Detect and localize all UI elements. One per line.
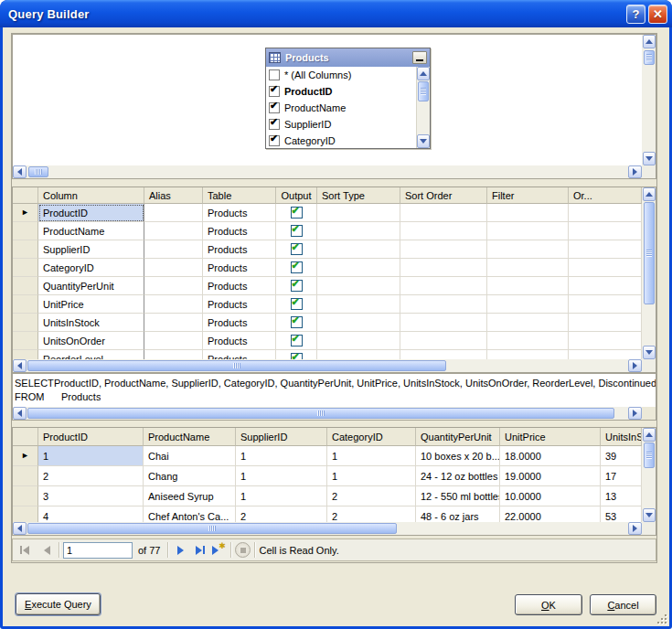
- sort-type-cell[interactable]: [317, 277, 400, 295]
- output-cell[interactable]: ✔: [276, 277, 317, 295]
- header-sort-order[interactable]: Sort Order: [400, 187, 487, 204]
- row-selector[interactable]: [13, 506, 38, 522]
- output-cell[interactable]: ✔: [276, 350, 317, 359]
- column-cell[interactable]: UnitsInStock: [38, 314, 144, 332]
- row-selector[interactable]: [13, 466, 38, 486]
- column-cell[interactable]: QuantityPerUnit: [38, 277, 144, 295]
- sort-order-cell[interactable]: [400, 204, 487, 222]
- field-checkbox-unchecked[interactable]: [269, 69, 280, 80]
- sort-type-cell[interactable]: [317, 204, 400, 222]
- filter-cell[interactable]: [487, 314, 569, 332]
- row-selector[interactable]: [13, 486, 38, 506]
- alias-cell[interactable]: [144, 277, 203, 295]
- scroll-right-button[interactable]: [628, 522, 642, 535]
- or-cell[interactable]: [569, 240, 642, 259]
- field-checkbox-checked[interactable]: ✔: [269, 102, 280, 113]
- sort-order-cell[interactable]: [400, 277, 487, 295]
- results-horizontal-scrollbar[interactable]: [13, 522, 642, 535]
- table-cell[interactable]: Products: [203, 350, 276, 359]
- result-cell[interactable]: 10.0000: [500, 486, 601, 506]
- filter-cell[interactable]: [487, 259, 569, 277]
- scroll-right-button[interactable]: [628, 407, 642, 420]
- column-cell[interactable]: ReorderLevel: [38, 350, 144, 359]
- scroll-up-button[interactable]: [643, 187, 656, 201]
- sort-type-cell[interactable]: [317, 259, 400, 277]
- move-first-button[interactable]: [16, 542, 33, 559]
- row-selector[interactable]: [13, 295, 38, 314]
- header-supplierid[interactable]: SupplierID: [236, 428, 327, 446]
- filter-cell[interactable]: [487, 295, 569, 314]
- result-cell[interactable]: 12 - 550 ml bottles: [416, 486, 500, 506]
- alias-cell[interactable]: [144, 332, 203, 350]
- scroll-down-button[interactable]: [643, 346, 656, 359]
- filter-cell[interactable]: [487, 332, 569, 350]
- alias-cell[interactable]: [144, 259, 203, 277]
- diagram-vertical-scrollbar[interactable]: [642, 35, 656, 165]
- scroll-thumb[interactable]: [27, 523, 397, 534]
- move-previous-button[interactable]: [38, 542, 55, 559]
- result-cell[interactable]: 10 boxes x 20 b...: [416, 446, 500, 466]
- or-cell[interactable]: [569, 295, 642, 314]
- scroll-thumb[interactable]: [418, 81, 429, 101]
- scroll-right-button[interactable]: [628, 165, 642, 178]
- or-cell[interactable]: [569, 350, 642, 359]
- scroll-thumb[interactable]: [28, 166, 48, 177]
- result-cell[interactable]: 1: [327, 446, 416, 466]
- output-checkbox[interactable]: ✔: [291, 335, 303, 346]
- row-selector[interactable]: [13, 259, 38, 277]
- sort-type-cell[interactable]: [317, 314, 400, 332]
- execute-query-button[interactable]: Execute Query: [16, 593, 101, 615]
- record-position-input[interactable]: [63, 542, 133, 559]
- criteria-horizontal-scrollbar[interactable]: [13, 359, 642, 372]
- result-cell[interactable]: 24 - 12 oz bottles: [416, 466, 500, 486]
- output-checkbox[interactable]: ✔: [291, 225, 303, 237]
- output-checkbox[interactable]: ✔: [291, 353, 303, 359]
- filter-cell[interactable]: [487, 277, 569, 295]
- result-cell[interactable]: 4: [38, 506, 144, 522]
- scroll-left-button[interactable]: [13, 165, 27, 178]
- result-cell[interactable]: 1: [236, 446, 327, 466]
- alias-cell[interactable]: [144, 222, 203, 240]
- scroll-right-button[interactable]: [628, 359, 642, 372]
- output-checkbox[interactable]: ✔: [291, 261, 303, 273]
- scroll-down-button[interactable]: [643, 152, 656, 165]
- output-checkbox[interactable]: ✔: [291, 298, 303, 310]
- header-sort-type[interactable]: Sort Type: [317, 187, 400, 204]
- result-cell[interactable]: Chef Anton's Ca...: [144, 506, 236, 522]
- diagram-horizontal-scrollbar[interactable]: [13, 165, 642, 178]
- scroll-left-button[interactable]: [13, 359, 27, 372]
- scroll-left-button[interactable]: [13, 407, 27, 420]
- table-cell[interactable]: Products: [203, 259, 276, 277]
- table-cell[interactable]: Products: [203, 204, 276, 222]
- row-selector[interactable]: [13, 314, 38, 332]
- table-cell[interactable]: Products: [203, 314, 276, 332]
- scroll-up-button[interactable]: [417, 67, 430, 80]
- header-filter[interactable]: Filter: [487, 187, 569, 204]
- sql-text[interactable]: SELECT ProductID, ProductName, SupplierI…: [13, 374, 656, 407]
- result-cell[interactable]: 2: [38, 466, 144, 486]
- move-last-button[interactable]: [192, 542, 208, 559]
- products-table-window[interactable]: Products * (All Columns) ✔ ProductID: [265, 48, 431, 149]
- table-cell[interactable]: Products: [203, 277, 276, 295]
- result-cell[interactable]: Aniseed Syrup: [144, 486, 236, 506]
- column-cell[interactable]: UnitPrice: [38, 295, 144, 314]
- scroll-thumb[interactable]: [644, 442, 655, 468]
- scroll-thumb[interactable]: [27, 408, 614, 419]
- scroll-thumb[interactable]: [644, 50, 655, 65]
- column-cell[interactable]: ProductName: [38, 222, 144, 240]
- header-or[interactable]: Or...: [569, 187, 642, 204]
- sort-type-cell[interactable]: [317, 295, 400, 314]
- header-unitprice[interactable]: UnitPrice: [500, 428, 601, 446]
- alias-cell[interactable]: [144, 350, 203, 359]
- field-checkbox-checked[interactable]: ✔: [269, 119, 280, 130]
- row-selector[interactable]: ►: [13, 204, 38, 222]
- table-cell[interactable]: Products: [203, 295, 276, 314]
- result-cell[interactable]: 1: [236, 486, 327, 506]
- sql-horizontal-scrollbar[interactable]: [13, 407, 642, 420]
- table-cell[interactable]: Products: [203, 332, 276, 350]
- header-productname[interactable]: ProductName: [144, 428, 236, 446]
- minimize-button[interactable]: [412, 51, 427, 64]
- ok-button[interactable]: OK: [515, 594, 582, 615]
- sort-order-cell[interactable]: [400, 332, 487, 350]
- cancel-button[interactable]: Cancel: [590, 594, 656, 615]
